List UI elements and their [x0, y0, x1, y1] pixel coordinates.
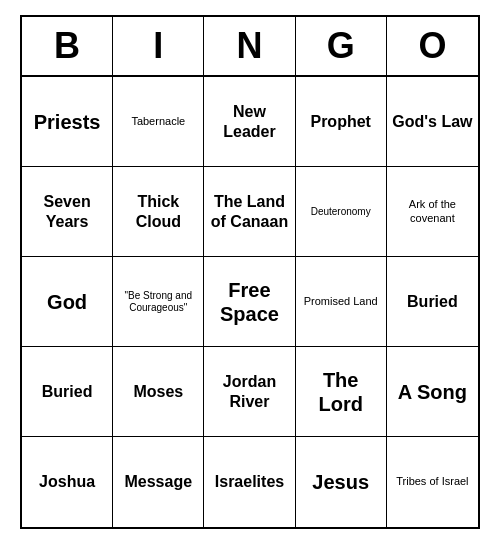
bingo-cell-7: The Land of Canaan — [204, 167, 295, 257]
bingo-cell-22: Israelites — [204, 437, 295, 527]
bingo-cell-14: Buried — [387, 257, 478, 347]
cell-text-17: Jordan River — [208, 372, 290, 410]
bingo-header: BINGO — [22, 17, 478, 77]
cell-text-8: Deuteronomy — [311, 206, 371, 218]
bingo-cell-15: Buried — [22, 347, 113, 437]
cell-text-11: "Be Strong and Courageous" — [117, 290, 199, 314]
cell-text-16: Moses — [133, 382, 183, 401]
cell-text-1: Tabernacle — [131, 115, 185, 128]
cell-text-13: Promised Land — [304, 295, 378, 308]
header-letter-g: G — [296, 17, 387, 75]
cell-text-14: Buried — [407, 292, 458, 311]
bingo-cell-4: God's Law — [387, 77, 478, 167]
cell-text-2: New Leader — [208, 102, 290, 140]
bingo-cell-2: New Leader — [204, 77, 295, 167]
header-letter-o: O — [387, 17, 478, 75]
cell-text-9: Ark of the covenant — [391, 198, 474, 224]
bingo-cell-20: Joshua — [22, 437, 113, 527]
header-letter-n: N — [204, 17, 295, 75]
bingo-cell-18: The Lord — [296, 347, 387, 437]
bingo-cell-9: Ark of the covenant — [387, 167, 478, 257]
cell-text-6: Thick Cloud — [117, 192, 199, 230]
cell-text-18: The Lord — [300, 368, 382, 416]
bingo-cell-12: Free Space — [204, 257, 295, 347]
cell-text-23: Jesus — [312, 470, 369, 494]
cell-text-15: Buried — [42, 382, 93, 401]
cell-text-5: Seven Years — [26, 192, 108, 230]
cell-text-10: God — [47, 290, 87, 314]
cell-text-12: Free Space — [208, 278, 290, 326]
bingo-cell-10: God — [22, 257, 113, 347]
cell-text-24: Tribes of Israel — [396, 475, 468, 488]
bingo-grid: PriestsTabernacleNew LeaderProphetGod's … — [22, 77, 478, 527]
cell-text-20: Joshua — [39, 472, 95, 491]
bingo-cell-1: Tabernacle — [113, 77, 204, 167]
bingo-cell-5: Seven Years — [22, 167, 113, 257]
bingo-cell-17: Jordan River — [204, 347, 295, 437]
bingo-cell-13: Promised Land — [296, 257, 387, 347]
cell-text-19: A Song — [398, 380, 467, 404]
cell-text-21: Message — [124, 472, 192, 491]
cell-text-7: The Land of Canaan — [208, 192, 290, 230]
bingo-card: BINGO PriestsTabernacleNew LeaderProphet… — [20, 15, 480, 529]
bingo-cell-11: "Be Strong and Courageous" — [113, 257, 204, 347]
bingo-cell-6: Thick Cloud — [113, 167, 204, 257]
cell-text-22: Israelites — [215, 472, 284, 491]
bingo-cell-8: Deuteronomy — [296, 167, 387, 257]
bingo-cell-23: Jesus — [296, 437, 387, 527]
bingo-cell-3: Prophet — [296, 77, 387, 167]
bingo-cell-24: Tribes of Israel — [387, 437, 478, 527]
header-letter-b: B — [22, 17, 113, 75]
bingo-cell-16: Moses — [113, 347, 204, 437]
bingo-cell-0: Priests — [22, 77, 113, 167]
header-letter-i: I — [113, 17, 204, 75]
bingo-cell-21: Message — [113, 437, 204, 527]
cell-text-3: Prophet — [310, 112, 370, 131]
cell-text-4: God's Law — [392, 112, 472, 131]
cell-text-0: Priests — [34, 110, 101, 134]
bingo-cell-19: A Song — [387, 347, 478, 437]
